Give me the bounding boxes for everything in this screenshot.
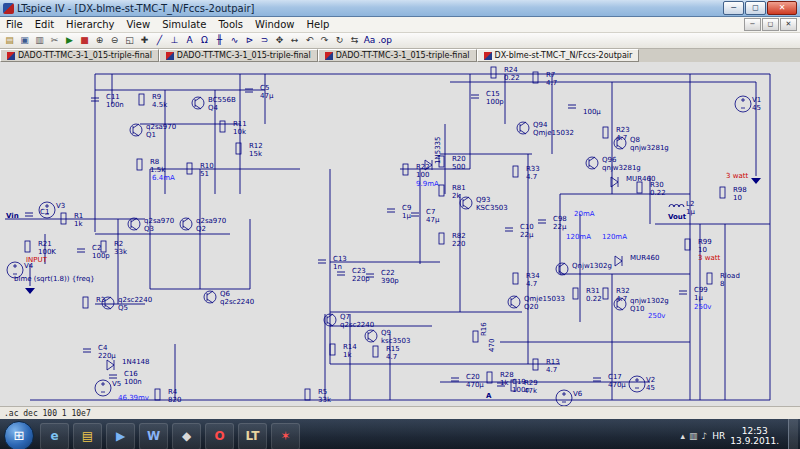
start-button[interactable]: ⊞ [4,421,34,449]
component-v2[interactable]: V245 [629,376,655,392]
net-label-vout[interactable]: Vout [668,213,687,221]
component-c20[interactable]: C20470µ [451,373,484,389]
resistor-icon[interactable]: Ω [198,34,211,47]
zoom-full-icon[interactable]: ◱ [123,34,136,47]
component-c10[interactable]: C1022µ [505,223,534,239]
inductor-icon[interactable]: ∿ [228,34,241,47]
component-q93[interactable]: Q93KSC3503 [460,196,508,212]
menu-edit[interactable]: Edit [29,19,60,30]
ground-icon[interactable]: ⊥ [168,34,181,47]
show-desktop-button[interactable] [788,419,798,449]
net-label-icon[interactable]: A [183,34,196,47]
explorer-icon[interactable]: ▤ [73,423,102,449]
component-c17[interactable]: C17470µ [593,373,626,389]
component-r22[interactable]: R22100 [403,163,430,179]
warning-text-3-watt[interactable]: 3 watt [698,254,720,262]
annotation-250v[interactable]: 250v [694,303,712,311]
component-100[interactable]: 100µ [568,105,601,116]
component-r98[interactable]: R9810 [720,186,747,202]
wire-icon[interactable]: ╱ [153,34,166,47]
component-v6[interactable]: V6 [556,390,583,406]
component-q2sa970[interactable]: q2sa970Q3 [128,217,174,233]
component-q6[interactable]: Q6q2sc2240 [204,290,254,306]
cut-icon[interactable]: ✂ [48,34,61,47]
component-c9[interactable]: C91µ [387,204,411,220]
print-icon[interactable]: ▥ [33,34,46,47]
component-r1[interactable]: R11k [61,212,83,228]
menu-help[interactable]: Help [300,19,335,30]
net-label-vin[interactable]: Vin [6,212,19,220]
component-r10[interactable]: R1051 [187,162,214,178]
annotation-9-9ma[interactable]: 9.9mA [416,180,439,188]
component-r28[interactable]: R281k [487,371,514,387]
move-icon[interactable]: ✥ [273,34,286,47]
annotation-blme-sqrt-1-8-freq[interactable]: blme (sqrt(1.8)) {freq} [14,275,95,283]
rotate-icon[interactable]: ↻ [333,34,346,47]
component-r4[interactable]: R4820 [155,388,181,404]
component-r9[interactable]: R94.5k [139,93,168,109]
opera-icon[interactable]: O [205,423,234,449]
annotation-120ma[interactable]: 120mA [602,233,627,241]
volume-tray-icon[interactable]: ♪ [702,431,708,441]
component-r13[interactable]: R134.7 [533,358,560,374]
annotation-6-4ma[interactable]: 6.4mA [152,174,175,182]
menu-window[interactable]: Window [249,19,300,30]
component-bc556b[interactable]: BC556BQ4 [192,96,236,112]
component-c11[interactable]: C11100n [91,93,124,109]
redo-icon[interactable]: ↷ [318,34,331,47]
component-r16[interactable]: R16470 [473,322,496,352]
component-r14[interactable]: R141k [330,343,357,359]
word-icon[interactable]: W [139,423,168,449]
mdi-close-button[interactable]: ✕ [780,18,797,31]
annotation-120ma[interactable]: 120mA [566,233,591,241]
text-icon[interactable]: Aa [363,34,376,47]
maximize-button[interactable]: ◻ [745,1,766,15]
irfanview-icon[interactable]: ✶ [271,423,300,449]
component-r99[interactable]: R9910 [685,238,712,254]
component-c13[interactable]: C131n [318,255,347,271]
outlook-icon[interactable]: ◆ [172,423,201,449]
component-r5[interactable]: R533k [305,388,332,404]
component-r11[interactable]: R1110k [220,120,247,136]
tab-dado-tt-tmc-3-1-015-triple-final[interactable]: DADO-TT-TMC-3-1_015-triple-final [0,49,159,62]
tab-dx-blme-st-tmc-t-n-fccs-2outpair[interactable]: DX-blme-st-TMC-T_N/Fccs-2outpair [477,49,640,62]
media-player-icon[interactable]: ▶ [106,423,135,449]
schematic-canvas[interactable]: C11100nR94.5kBC556BQ4C547µR240.22R74.7C1… [0,62,800,406]
component-r7[interactable]: R74.7 [533,71,557,87]
pan-icon[interactable]: ✚ [138,34,151,47]
tab-dado-tt-tmc-3-1-015-triple-final[interactable]: DADO-TT-TMC-3-1_015-triple-final [318,49,477,62]
component-r34[interactable]: R344.7 [513,272,540,288]
component-v1[interactable]: V145 [735,96,761,112]
component-r33[interactable]: R334.7 [513,165,540,181]
component-r81[interactable]: R812k [439,184,466,200]
component-r23[interactable]: R234.7 [603,126,630,142]
component-c1[interactable]: C1 [25,208,49,216]
close-button[interactable]: ✕ [767,1,797,15]
annotation-20ma[interactable]: 20mA [574,210,595,218]
component-c15[interactable]: C15100p [471,90,504,106]
spice-directive-icon[interactable]: .op [378,34,392,47]
component-c98[interactable]: C9822µ [538,215,567,231]
halt-icon[interactable]: ■ [78,34,91,47]
component-q96[interactable]: Q96qnjw3281g [586,156,641,172]
language-indicator[interactable]: HR [712,431,725,441]
internet-explorer-icon[interactable]: e [40,423,69,449]
component-q7[interactable]: Q7q2sc2240 [324,313,374,329]
zoom-out-icon[interactable]: ⊖ [108,34,121,47]
component-icon[interactable]: ⊃ [258,34,271,47]
menu-view[interactable]: View [120,19,156,30]
component-r30[interactable]: R300.22 [637,181,666,197]
component-c23[interactable]: C23220p [337,267,370,283]
minimize-button[interactable]: − [723,1,744,15]
hidden-icons-arrow[interactable]: ▴ [681,431,686,441]
save-icon[interactable]: ▣ [18,34,31,47]
component-q2sa970[interactable]: q2sa970Q2 [180,217,226,233]
component-c5[interactable]: C547µ [245,84,274,100]
annotation-250v[interactable]: 250v [648,312,666,320]
component-mur460[interactable]: MUR460 [615,254,659,266]
ltspice-icon[interactable]: LT [238,423,267,449]
menu-file[interactable]: File [0,19,29,30]
annotation-46-39mv[interactable]: 46.39mv [118,394,149,402]
component-qnjw1302g[interactable]: Qnjw1302g [556,262,612,275]
drag-icon[interactable]: ↔ [288,34,301,47]
